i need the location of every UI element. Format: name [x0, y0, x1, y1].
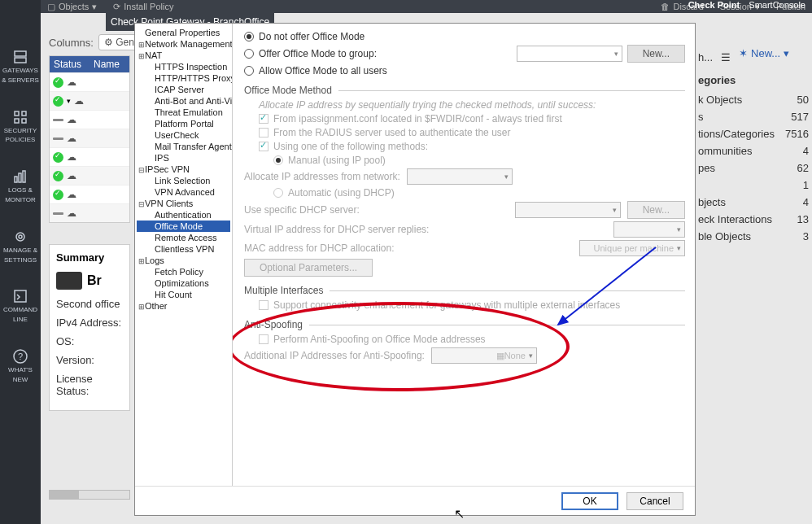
tree-node[interactable]: ⊞NAT: [137, 50, 230, 61]
tree-node[interactable]: HTTPS Inspection: [137, 61, 230, 72]
search-icon[interactable]: h...: [698, 51, 713, 63]
category-row[interactable]: bjects4: [698, 194, 812, 211]
table-row[interactable]: ☁: [50, 185, 129, 203]
expand-icon[interactable]: ⊞: [138, 41, 145, 49]
radio-no-office-mode[interactable]: [244, 32, 254, 41]
category-count: 4: [803, 196, 809, 208]
tree-node[interactable]: Anti-Bot and Anti-Virus: [137, 95, 230, 107]
office-mode-form: Do not offer Office Mode Offer Office Mo…: [233, 24, 695, 486]
toolbar-objects[interactable]: ▢ Objects ▾: [47, 2, 97, 12]
col-name[interactable]: Name: [89, 56, 129, 72]
tree-node[interactable]: Link Selection: [137, 175, 230, 186]
radio-allow-all[interactable]: [244, 66, 254, 76]
collapse-icon[interactable]: ⊟: [138, 200, 145, 208]
tree-node[interactable]: ⊟VPN Clients: [137, 198, 230, 209]
category-row[interactable]: ble Objects3: [698, 228, 812, 245]
tree-node[interactable]: VPN Advanced: [137, 186, 230, 198]
table-row[interactable]: ☁: [50, 203, 129, 222]
table-row[interactable]: ☁: [50, 129, 129, 147]
new-button[interactable]: ✶ New... ▾: [739, 47, 789, 59]
spoof-addresses-label: Additional IP Addresses for Anti-Spoofin…: [244, 350, 425, 361]
columns-label: Columns:: [49, 37, 94, 49]
tree-node[interactable]: ⊞Logs: [137, 255, 230, 266]
chevron-down-icon[interactable]: ▾: [67, 97, 71, 105]
rail-manage[interactable]: MANAGE &SETTINGS: [3, 229, 37, 264]
dialog-footer: OK Cancel: [135, 486, 695, 515]
dhcp-new-button: New...: [627, 201, 685, 219]
list-view-icon[interactable]: ☰: [721, 51, 731, 63]
chk-multi-interfaces-label: Support connectivity enhancement for gat…: [273, 299, 620, 311]
table-row[interactable]: ▾☁: [50, 91, 129, 110]
tree-node[interactable]: UserCheck: [137, 129, 230, 141]
rail-policies[interactable]: SECURITYPOLICIES: [4, 109, 37, 145]
category-label: tions/Categories: [698, 128, 775, 140]
col-status[interactable]: Status: [50, 56, 89, 72]
category-row[interactable]: pes62: [698, 159, 812, 177]
spoof-addresses-combo: ▦ None: [431, 347, 537, 364]
tree-node[interactable]: Mail Transfer Agent: [137, 141, 230, 152]
license-label: License Status:: [56, 373, 123, 397]
nav-tree[interactable]: General Properties⊞Network Management⊞NA…: [135, 24, 233, 486]
category-row[interactable]: 1: [698, 177, 812, 194]
ok-button[interactable]: OK: [561, 492, 618, 510]
svg-point-10: [19, 235, 22, 238]
tree-node-label: Platform Portal: [155, 119, 214, 129]
chk-ipassignment-label: From ipassignment.conf located in $FWDIR…: [273, 113, 562, 124]
expand-icon[interactable]: ⊞: [138, 303, 145, 311]
collapse-icon[interactable]: ⊟: [138, 166, 145, 174]
tree-node[interactable]: Fetch Policy: [137, 266, 230, 277]
svg-rect-6: [15, 177, 17, 182]
tree-node[interactable]: General Properties: [137, 27, 230, 38]
network-icon: ☁: [67, 189, 76, 200]
tree-node-label: Mail Transfer Agent: [155, 142, 232, 151]
table-row[interactable]: ☁: [50, 72, 129, 91]
category-row[interactable]: eck Interactions13: [698, 211, 812, 228]
tree-node[interactable]: ICAP Server: [137, 84, 230, 95]
tree-node[interactable]: ⊞Network Management: [137, 38, 230, 50]
rail-gateways[interactable]: GATEWAYS& SERVERS: [2, 49, 39, 85]
table-row[interactable]: ☁: [50, 110, 129, 129]
category-row[interactable]: tions/Categories7516: [698, 125, 812, 142]
right-panel: h... ☰ ✶ New... ▾ egories k Objects50s51…: [698, 47, 812, 245]
category-row[interactable]: ommunities4: [698, 142, 812, 159]
group-new-button[interactable]: New...: [627, 45, 685, 63]
tree-node-label: Threat Emulation: [155, 107, 223, 117]
tree-node-label: HTTPS Inspection: [155, 62, 227, 72]
rail-cmdline[interactable]: COMMANDLINE: [3, 288, 37, 324]
tree-node[interactable]: Clientless VPN: [137, 243, 230, 255]
table-row[interactable]: ☁: [50, 147, 129, 166]
expand-icon[interactable]: ⊞: [138, 257, 145, 265]
mac-combo: Unique per machine: [579, 240, 685, 256]
tree-node[interactable]: HTTP/HTTPS Proxy: [137, 72, 230, 84]
tree-node[interactable]: Platform Portal: [137, 118, 230, 129]
svg-text:?: ?: [18, 352, 23, 361]
expand-icon[interactable]: ⊞: [138, 52, 145, 60]
tree-node[interactable]: Optimizations: [137, 277, 230, 289]
cancel-button[interactable]: Cancel: [626, 492, 683, 510]
status-ok-icon: [53, 77, 63, 88]
toolbar-install-policy[interactable]: ⟳ Install Policy: [113, 2, 173, 12]
category-count: 4: [803, 145, 809, 157]
tree-node[interactable]: IPS: [137, 152, 230, 164]
h-scrollbar[interactable]: [49, 490, 130, 500]
rail-logs[interactable]: LOGS &MONITOR: [5, 168, 36, 204]
tree-node-label: Anti-Bot and Anti-Virus: [155, 96, 233, 106]
table-row[interactable]: ☁: [50, 166, 129, 185]
tree-node[interactable]: Threat Emulation: [137, 107, 230, 118]
tree-node[interactable]: ⊞Other: [137, 300, 230, 312]
category-row[interactable]: k Objects50: [698, 91, 812, 108]
tree-node[interactable]: Authentication: [137, 209, 230, 221]
tree-node[interactable]: Office Mode: [137, 221, 230, 232]
rail-whatsnew[interactable]: ? WHAT'SNEW: [8, 348, 33, 384]
annotation-oval: [233, 302, 570, 391]
status-ok-icon: [53, 171, 63, 181]
tree-node[interactable]: Hit Count: [137, 289, 230, 300]
tree-node-label: Logs: [145, 255, 164, 265]
radio-offer-group[interactable]: [244, 49, 254, 59]
group-combo[interactable]: [517, 46, 622, 62]
svg-rect-11: [15, 290, 26, 302]
category-row[interactable]: s517: [698, 108, 812, 125]
tree-node[interactable]: Remote Access: [137, 232, 230, 243]
chk-anti-spoof-label: Perform Anti-Spoofing on Office Mode add…: [273, 334, 486, 345]
tree-node[interactable]: ⊟IPSec VPN: [137, 164, 230, 175]
